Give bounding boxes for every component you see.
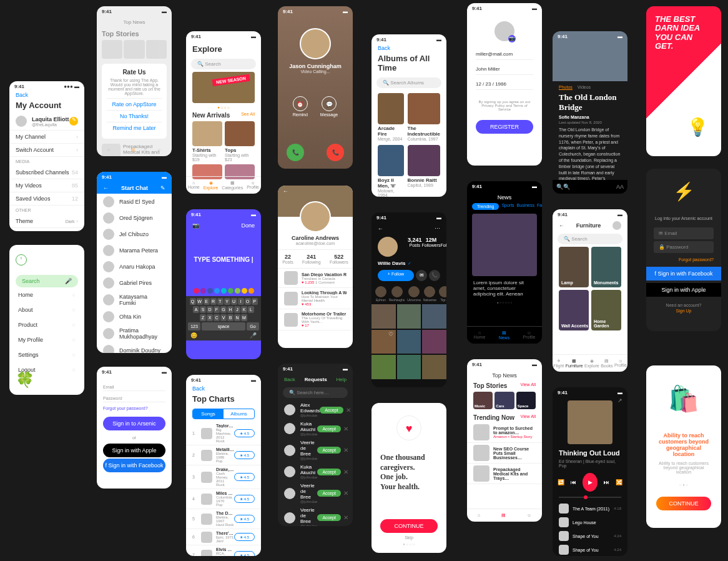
menu-item[interactable]: Home○: [9, 287, 84, 302]
photo[interactable]: [397, 330, 421, 354]
follow-button[interactable]: + Follow: [378, 270, 414, 281]
view-all-link[interactable]: View All: [521, 382, 536, 389]
tab-news[interactable]: ▤News: [499, 330, 510, 340]
tab-categories[interactable]: ▦Categories: [222, 181, 243, 190]
key[interactable]: J: [234, 306, 240, 313]
dismiss-icon[interactable]: ✕: [343, 490, 348, 497]
news-item[interactable]: Prompt to Surched to amazon…Amazon • Sta…: [467, 422, 542, 443]
continue-button[interactable]: CONTINUE: [380, 519, 438, 533]
repeat-icon[interactable]: 🔁: [558, 479, 564, 485]
emoji-icon[interactable]: 😊: [190, 332, 197, 339]
accept-button[interactable]: Accept: [317, 447, 340, 454]
mic-icon[interactable]: 🎤: [250, 332, 257, 339]
contact-row[interactable]: Pratima Mukhopadhyay: [97, 325, 172, 342]
camera-icon[interactable]: 📷: [192, 222, 199, 229]
menu-language[interactable]: LanguageEnglish ›: [9, 228, 84, 231]
dismiss-icon[interactable]: ✕: [343, 469, 348, 475]
contact-row[interactable]: Gabriel Pires: [97, 275, 172, 291]
search-input[interactable]: 🔍 Search: [191, 59, 256, 69]
tab-videos[interactable]: Videos: [578, 85, 591, 90]
view-all-link[interactable]: View All: [521, 414, 536, 421]
compose-icon[interactable]: ✎: [160, 185, 165, 191]
tab-albums[interactable]: Albums: [224, 409, 254, 419]
menu-theme[interactable]: ThemeDark ›: [9, 215, 84, 228]
key[interactable]: T: [217, 298, 224, 305]
avatar-upload[interactable]: 📷: [494, 21, 514, 41]
accept-button[interactable]: Accept: [317, 490, 340, 497]
menu-switch-account[interactable]: Switch Account›: [9, 144, 84, 157]
song-row[interactable]: 1Taylor Swift, 'Red'Big Machine, 2012Roc…: [186, 422, 261, 445]
email-input[interactable]: ✉ Email: [654, 227, 714, 239]
contact-row[interactable]: Ohta Kin: [97, 309, 172, 325]
dismiss-icon[interactable]: ✕: [346, 407, 351, 414]
track-row[interactable]: The A Team (2011)4:18: [553, 502, 627, 515]
keyboard[interactable]: QWERTYUIOP ASDFGHJKL ZXCVBNM 123spaceGo …: [186, 296, 261, 340]
tab-profile[interactable]: ☺Profile: [523, 330, 535, 340]
key[interactable]: B: [227, 314, 234, 321]
message-icon[interactable]: ✉: [416, 270, 427, 281]
photo[interactable]: [422, 355, 446, 379]
menu-my-channel[interactable]: My Channel›: [9, 131, 84, 144]
tab-photos[interactable]: Photos: [559, 85, 573, 90]
password-input[interactable]: Password: [97, 391, 172, 402]
key[interactable]: C: [214, 314, 220, 321]
post-row[interactable]: Looking Through A WindowHow To Maintain …: [278, 288, 353, 309]
contact-row[interactable]: Anaru Hakopa: [97, 259, 172, 275]
menu-icon[interactable]: ⋯: [435, 226, 440, 232]
key-123[interactable]: 123: [188, 322, 200, 330]
rate-button[interactable]: Rate on AppStore: [107, 98, 162, 110]
key[interactable]: R: [210, 298, 217, 305]
camera-icon[interactable]: 📷: [508, 35, 516, 42]
key[interactable]: I: [238, 298, 244, 305]
tab-home[interactable]: ⌂Home: [474, 330, 486, 340]
post-row[interactable]: Motorhome Or TrailerThe Luxury Of Travel…: [278, 309, 353, 330]
facebook-signin-button[interactable]: f Sign in with Facebook: [103, 459, 165, 472]
play-button[interactable]: ▶: [583, 473, 598, 492]
search-input[interactable]: 🔍 Search Albums: [376, 77, 441, 88]
story-card[interactable]: Space: [516, 392, 536, 409]
accept-button[interactable]: Accept: [317, 425, 340, 432]
next-icon[interactable]: ⏭: [604, 479, 609, 485]
menu-item[interactable]: About○: [9, 302, 84, 317]
key-go[interactable]: Go: [247, 322, 259, 330]
menu-saved-videos[interactable]: Saved Videos12: [9, 192, 84, 206]
key[interactable]: N: [234, 314, 240, 321]
zoom-out-icon[interactable]: 🔍: [556, 184, 563, 190]
accept-button[interactable]: Accept: [320, 407, 343, 414]
tab-sports[interactable]: Sports: [501, 203, 514, 210]
back-icon[interactable]: ←: [103, 185, 109, 191]
done-button[interactable]: Done: [241, 222, 255, 229]
key[interactable]: V: [220, 314, 227, 321]
prev-icon[interactable]: ⏮: [571, 479, 576, 485]
tab-home[interactable]: ⌂Home: [188, 181, 200, 190]
shuffle-icon[interactable]: 🔀: [616, 479, 622, 485]
track-row[interactable]: Lego House: [553, 515, 627, 529]
contact-row[interactable]: Kataysama Fumiki: [97, 291, 172, 309]
song-row[interactable]: 4Miles Davis, 'Bitches Brew'Columbia, 19…: [186, 489, 261, 509]
back-link[interactable]: Back: [192, 385, 205, 392]
tab-flight[interactable]: ✈Flight: [553, 359, 564, 368]
news-item[interactable]: Prepackaged Medical Kits and Trays…: [467, 464, 542, 484]
menu-item[interactable]: Settings○: [9, 347, 84, 362]
key[interactable]: A: [193, 306, 199, 313]
story[interactable]: Nabarzas: [423, 286, 436, 302]
back-link[interactable]: Back: [284, 377, 295, 382]
call-icon[interactable]: 📞: [429, 270, 440, 281]
back-icon[interactable]: ←: [378, 226, 383, 232]
photo[interactable]: [422, 330, 446, 354]
user-row[interactable]: Laquita Elliott@theLaquita ✎: [9, 112, 84, 131]
decline-call-button[interactable]: 📞: [327, 144, 344, 161]
banner[interactable]: NEW SEASON: [192, 72, 255, 103]
dismiss-icon[interactable]: ✕: [343, 447, 348, 454]
post-row[interactable]: San Diego Vacation RentalTrendiest in Ca…: [278, 269, 353, 288]
track-row[interactable]: Shape of You4:24: [553, 543, 627, 556]
category-card[interactable]: Lamp: [559, 247, 589, 287]
date-input[interactable]: 12 / 23 / 1986: [476, 79, 533, 90]
see-all-link[interactable]: See All: [241, 112, 255, 119]
tab-songs[interactable]: Songs: [193, 409, 224, 419]
key[interactable]: Z: [200, 314, 206, 321]
contact-row[interactable]: Marama Petera: [97, 242, 172, 259]
search-input[interactable]: 🔍 Search here…: [283, 387, 348, 398]
track-row[interactable]: Shape of You4:24: [553, 529, 627, 543]
story[interactable]: Reshaughs: [389, 286, 405, 302]
